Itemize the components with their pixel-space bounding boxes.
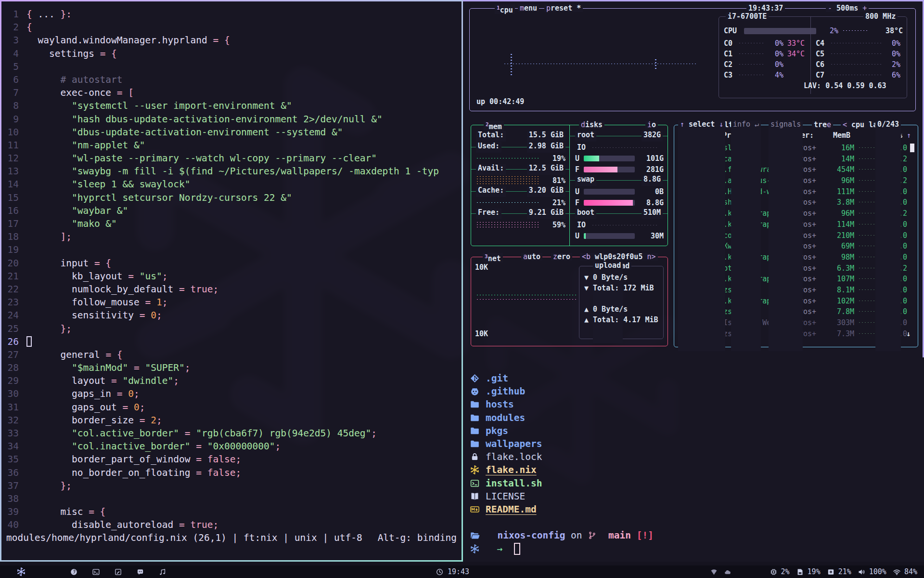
system-tray[interactable] — [710, 568, 732, 576]
token: = — [128, 271, 139, 282]
clock-text: 19:43 — [448, 567, 469, 576]
token: = { — [105, 349, 122, 360]
token: # autostart — [26, 74, 123, 85]
folder-icon — [470, 426, 486, 436]
mem-stat-value: 3.20 GiB — [527, 186, 565, 197]
line-number: 37 — [1, 479, 26, 492]
mem-pct: 59% — [552, 221, 565, 229]
editor-line: 29 layout = "dwindle"; — [1, 374, 462, 387]
proc-info-button[interactable]: info ↵ — [731, 120, 761, 351]
btop-window[interactable]: 1cpumenupreset *19:43:37- 500ms +up 00:4… — [463, 0, 924, 357]
token: "col.inactive_border" — [26, 441, 196, 452]
cpu-tab[interactable]: 1cpu — [495, 4, 515, 14]
nixos-menu-icon[interactable] — [16, 567, 26, 577]
editor-line: 6 # autostart — [1, 73, 462, 86]
proc-signals-button[interactable]: signals — [769, 120, 803, 351]
code-text: gaps_out = 0; — [26, 401, 145, 414]
token: = — [117, 388, 128, 399]
text: uto — [527, 252, 540, 261]
token: "nm-applet &" — [26, 140, 145, 151]
token: "dbus-update-activation-environment --sy… — [26, 127, 343, 138]
wifi-icon — [893, 568, 901, 576]
line-number: 8 — [1, 99, 26, 112]
shell-prompt: nixos-config on main [!] — [470, 529, 654, 542]
disks-io-toggle[interactable]: io — [645, 121, 658, 129]
module-disk-usage[interactable]: 21% — [827, 567, 851, 576]
disk-bar-letter: F — [575, 165, 584, 174]
token: "systemctl --user import-environment &" — [26, 100, 292, 111]
shell-input-line[interactable]: → — [470, 542, 654, 555]
module-memory-usage[interactable]: 19% — [796, 567, 821, 576]
core-pct: 0% — [767, 39, 783, 48]
cpu-detail-box: i7-6700TE800 MHzCPU2%38°CC00%33°CC10%34°… — [719, 16, 907, 98]
disk-bar-letter: U — [575, 154, 584, 163]
token: kb_layout — [26, 271, 128, 282]
file-name: README.md — [486, 504, 537, 515]
disk-bar — [584, 233, 635, 239]
text — [486, 530, 492, 541]
code-text: disable_autoreload = true; — [26, 518, 218, 531]
cpu-core-row: C62% — [811, 59, 900, 70]
code-text: sensitivity = 0; — [26, 309, 162, 322]
line-number: 36 — [1, 466, 26, 479]
core-meter — [738, 63, 764, 66]
editor-line: 32 border_size = 2; — [1, 414, 462, 427]
module-volume[interactable]: 100% — [858, 567, 886, 576]
net-tab[interactable]: 3net — [483, 253, 503, 263]
mem-tab[interactable]: 2mem — [484, 121, 504, 131]
line-number: 35 — [1, 453, 26, 466]
token: "us" — [140, 271, 162, 282]
file-entry: LICENSE — [470, 490, 654, 503]
editor-buffer[interactable]: 1{ ... }:2{3 wayland.windowManager.hyprl… — [1, 8, 462, 532]
workspace-terminal[interactable] — [92, 568, 100, 576]
workspace-firefox[interactable] — [70, 568, 78, 576]
text: ero — [557, 252, 570, 261]
process-mem: 7.3M — [824, 328, 854, 340]
editor-line: 17 "mako &" — [1, 217, 462, 230]
tray-cloud-icon[interactable] — [724, 568, 732, 576]
bar-clock[interactable]: 19:43 — [436, 567, 469, 576]
terminal-window[interactable]: .git.githubhostsmodulespkgswallpapersfla… — [463, 357, 924, 562]
process-mem: 107M — [824, 274, 854, 285]
code-text: "systemctl --user import-environment &" — [26, 99, 292, 112]
menu-button[interactable]: menu — [518, 4, 539, 12]
net-interface-selector[interactable]: <b wlp0s20f0u5 n> — [580, 253, 658, 261]
prompt-on: on — [565, 530, 588, 541]
editor-window[interactable]: 1{ ... }:2{3 wayland.windowManager.hyprl… — [0, 0, 463, 562]
proc-select-control[interactable]: ↑ select ↓ — [678, 120, 725, 351]
disk-bar — [584, 156, 635, 161]
core-pct: 6% — [884, 71, 900, 79]
github-icon — [470, 386, 486, 396]
code-text: wayland.windowManager.hyprland = { — [26, 34, 230, 47]
editor-line: 3 wayland.windowManager.hyprland = { — [1, 34, 462, 47]
mem-stat-value: 2.98 GiB — [527, 142, 565, 153]
workspace-discord[interactable] — [136, 568, 144, 576]
text — [486, 543, 491, 554]
tray-wifi-pie-icon[interactable] — [710, 568, 718, 576]
workspace-note[interactable] — [114, 568, 122, 576]
workspace-music[interactable] — [158, 568, 167, 576]
disk-used-row: U101G — [575, 153, 664, 164]
text: p — [546, 4, 551, 13]
preset-button[interactable]: preset * — [544, 4, 583, 12]
line-number: 27 — [1, 348, 26, 361]
line-number: 13 — [1, 165, 26, 178]
module-value: 21% — [838, 567, 851, 576]
chip-icon — [770, 568, 778, 576]
refresh-interval-control[interactable]: - 500ms + — [826, 4, 869, 12]
module-wifi-strength[interactable]: 84% — [893, 567, 917, 576]
net-zero-button[interactable]: zero — [551, 253, 572, 261]
disk-bar-value: 8.8G — [638, 198, 664, 207]
proc-tree-button[interactable]: tree — [812, 121, 833, 129]
token: = — [145, 297, 156, 308]
file-entry: .github — [470, 385, 654, 398]
prompt-directory: nixos-config — [492, 530, 565, 541]
file-name: modules — [486, 412, 525, 423]
line-number: 6 — [1, 73, 26, 86]
disk-free-row: F8.8G — [575, 197, 664, 208]
net-auto-button[interactable]: auto — [521, 253, 542, 261]
token: ; — [156, 310, 162, 321]
proc-scrollbar[interactable] — [910, 144, 914, 152]
token: = — [140, 310, 151, 321]
module-cpu-usage[interactable]: 2% — [770, 567, 790, 576]
